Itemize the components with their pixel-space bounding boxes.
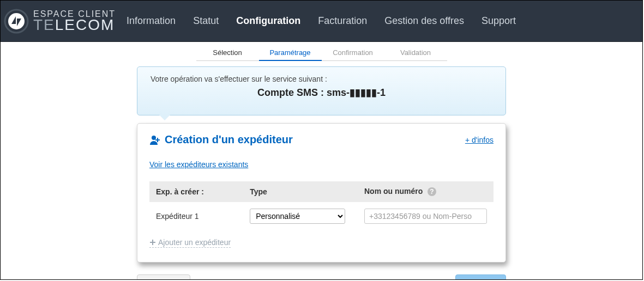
wizard-step-parametrage[interactable]: Paramétrage [259,46,322,61]
col-exp: Exp. à créer : [149,181,243,202]
row-label: Expéditeur 1 [149,202,243,227]
prev-button[interactable]: Précédent [137,274,190,280]
next-button[interactable]: Suivant [455,274,506,280]
existing-senders-link[interactable]: Voir les expéditeurs existants [149,160,248,169]
nav-configuration[interactable]: Configuration [236,15,300,27]
nav-gestion-offres[interactable]: Gestion des offres [384,15,464,27]
card-title: Création d'un expéditeur [149,133,293,146]
type-select[interactable]: Personnalisé [250,209,345,224]
service-name: Compte SMS : sms-▮▮▮▮▮-1 [151,87,492,99]
svg-point-2 [152,136,156,140]
svg-text:?: ? [430,188,434,196]
wizard-step-validation: Validation [384,46,447,61]
plus-icon [149,239,156,246]
svg-point-1 [8,13,25,29]
more-info-link[interactable]: + d'infos [465,136,493,144]
sender-table: Exp. à créer : Type Nom ou numéro ? Expé… [149,181,493,227]
service-intro: Votre opération va s'effectuer sur le se… [151,75,492,83]
svg-rect-8 [150,242,155,243]
top-bar: ESPACE CLIENT TELECOM Information Statut… [1,1,642,42]
wizard-step-confirmation: Confirmation [322,46,384,61]
logo: ESPACE CLIENT TELECOM [4,9,116,34]
add-sender-link[interactable]: Ajouter un expéditeur [149,238,231,248]
service-banner: Votre opération va s'effectuer sur le se… [137,66,506,115]
name-or-number-input[interactable] [364,209,487,224]
user-plus-icon [149,135,160,145]
help-icon[interactable]: ? [427,187,437,197]
nav-information[interactable]: Information [127,15,176,27]
svg-rect-4 [155,139,160,140]
wizard-nav-buttons: Précédent Suivant [137,274,506,280]
table-row: Expéditeur 1 Personnalisé [149,202,493,227]
nav-statut[interactable]: Statut [193,15,219,27]
wizard-step-selection[interactable]: Sélection [196,46,259,61]
col-name: Nom ou numéro ? [358,181,493,202]
logo-line2: TELECOM [33,17,116,33]
nav-facturation[interactable]: Facturation [318,15,367,27]
logo-icon [4,9,29,34]
nav-support[interactable]: Support [482,15,516,27]
wizard-steps: Sélection Paramétrage Confirmation Valid… [1,42,642,61]
col-type: Type [243,181,358,202]
sender-card: Création d'un expéditeur + d'infos Voir … [137,123,506,262]
main-nav: Information Statut Configuration Factura… [127,15,516,27]
